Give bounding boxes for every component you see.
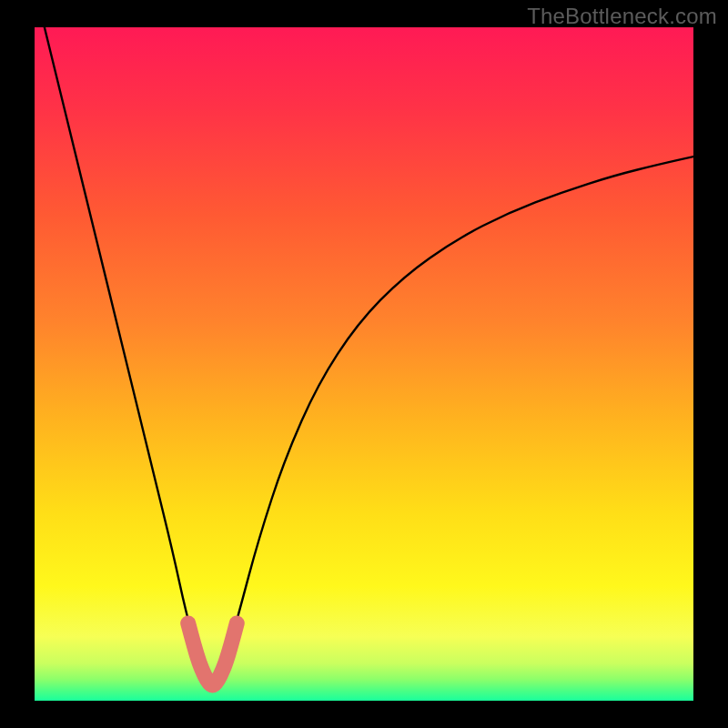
watermark-text: TheBottleneck.com — [527, 4, 717, 29]
bottleneck-chart — [0, 0, 728, 728]
chart-frame: TheBottleneck.com — [0, 0, 728, 728]
gradient-area — [35, 27, 693, 701]
